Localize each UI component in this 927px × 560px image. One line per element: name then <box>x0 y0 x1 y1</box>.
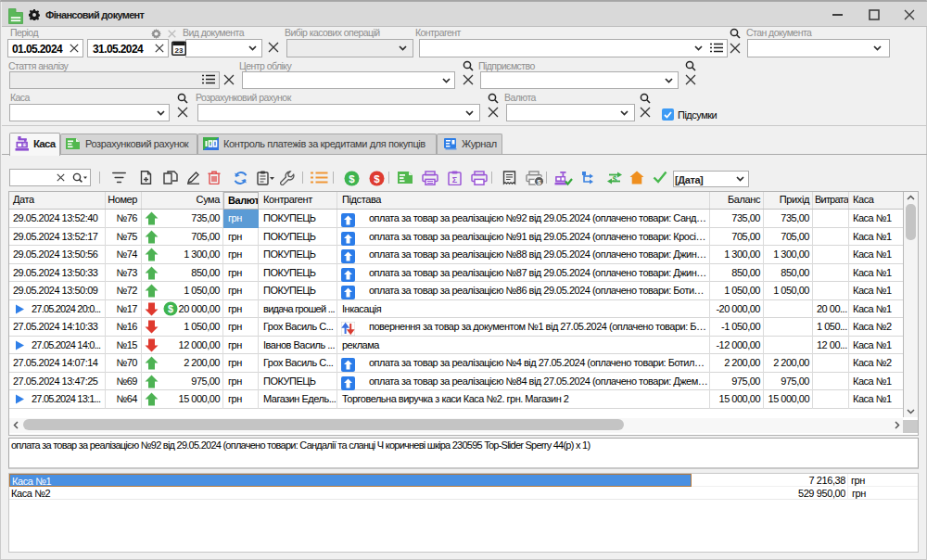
svg-text:$: $ <box>537 178 541 186</box>
svg-text:$: $ <box>349 173 355 185</box>
svg-text:Σ: Σ <box>452 175 458 185</box>
svg-text:$: $ <box>168 303 173 314</box>
svg-text:23: 23 <box>175 46 184 55</box>
svg-text:$: $ <box>613 174 617 184</box>
svg-text:$: $ <box>374 173 380 185</box>
